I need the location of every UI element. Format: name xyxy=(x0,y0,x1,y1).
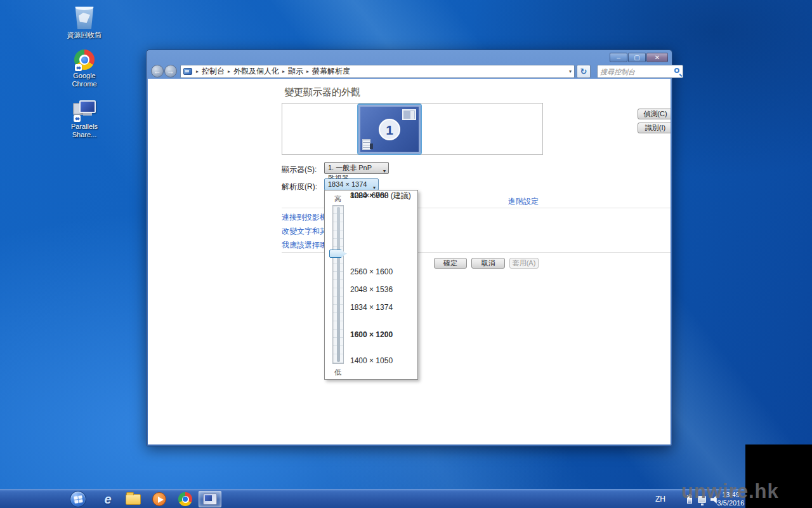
media-player-icon xyxy=(152,492,166,506)
detect-button[interactable]: 偵測(C) xyxy=(638,109,671,119)
window-content: 變更顯示器的外觀 1 偵測(C) 識別(I) 顯示器(S): 1. 一般非 Pn… xyxy=(148,79,671,444)
page-title: 變更顯示器的外觀 xyxy=(284,86,360,98)
window-titlebar[interactable]: – ▢ ✕ xyxy=(147,50,672,64)
search-box[interactable] xyxy=(597,65,683,78)
apply-button: 套用(A) xyxy=(509,258,539,269)
display-dropdown[interactable]: 1. 一般非 PnP 監視器 ▾ xyxy=(324,162,389,174)
search-input[interactable] xyxy=(600,66,669,77)
display-label: 顯示器(S): xyxy=(282,164,317,175)
desktop-icon-label: Parallels Share... xyxy=(62,123,107,139)
forward-button[interactable]: → xyxy=(164,65,177,77)
breadcrumb-item-control-panel[interactable]: 控制台 xyxy=(200,66,226,77)
taskbar-internet-explorer[interactable]: e xyxy=(98,491,117,507)
taskbar-windows-explorer[interactable] xyxy=(124,491,143,507)
ok-button[interactable]: 確定 xyxy=(434,258,467,269)
shortcut-arrow-icon xyxy=(75,64,82,71)
resolution-slider-track[interactable] xyxy=(332,205,344,364)
resolution-option[interactable]: 1600 × 1200 xyxy=(350,330,393,340)
taskbar-media-player[interactable] xyxy=(150,491,169,507)
desktop-icon-google-chrome[interactable]: Google Chrome xyxy=(62,50,107,88)
advanced-settings-link[interactable]: 進階設定 xyxy=(508,196,539,207)
breadcrumb-arrow-icon[interactable]: ▸ xyxy=(226,69,232,74)
minimize-button[interactable]: – xyxy=(610,53,627,62)
slider-high-label: 高 xyxy=(334,194,341,204)
close-button[interactable]: ✕ xyxy=(646,53,668,62)
identify-button[interactable]: 識別(I) xyxy=(638,123,671,133)
breadcrumb-item-display[interactable]: 顯示 xyxy=(287,66,304,77)
resolution-option[interactable]: 1400 × 1050 xyxy=(350,356,393,366)
start-button[interactable] xyxy=(70,491,86,507)
breadcrumb-item-appearance[interactable]: 外觀及個人化 xyxy=(232,66,280,77)
refresh-button[interactable]: ↻ xyxy=(577,65,591,78)
desktop-icon-label: Google Chrome xyxy=(62,72,107,88)
chevron-down-icon: ▾ xyxy=(383,166,386,177)
desktop-icon-label: 資源回收筒 xyxy=(62,31,107,39)
monitor-number-badge: 1 xyxy=(379,119,400,140)
resolution-label: 解析度(R): xyxy=(282,182,317,192)
taskbar: e ZH 13:49 3/5/2016 xyxy=(0,489,812,508)
breadcrumb-arrow-icon: ▸ xyxy=(194,69,200,74)
navigation-toolbar: ← → ▸ 控制台 ▸ 外觀及個人化 ▸ 顯示 ▸ 螢幕解析度 ▾ ↻ xyxy=(147,64,672,79)
internet-explorer-icon: e xyxy=(98,491,117,507)
resolution-dropdown-value: 1834 × 1374 xyxy=(328,180,367,188)
back-button[interactable]: ← xyxy=(151,65,164,77)
clock-time: 13:49 xyxy=(716,491,746,499)
control-panel-icon xyxy=(183,68,192,75)
address-bar[interactable]: ▸ 控制台 ▸ 外觀及個人化 ▸ 顯示 ▸ 螢幕解析度 ▾ xyxy=(180,65,575,78)
monitor-preview-panel: 1 偵測(C) 識別(I) xyxy=(282,103,543,155)
breadcrumb-item-screen-resolution[interactable]: 螢幕解析度 xyxy=(311,66,351,77)
slider-low-label: 低 xyxy=(334,368,341,377)
resolution-option[interactable]: 2560 × 1600 xyxy=(350,267,393,277)
taskbar-clock[interactable]: 13:49 3/5/2016 xyxy=(716,491,746,507)
breadcrumb-arrow-icon[interactable]: ▸ xyxy=(304,69,311,74)
resolution-option[interactable]: 2048 × 1536 xyxy=(350,284,393,295)
breadcrumb-arrow-icon[interactable]: ▸ xyxy=(280,69,287,74)
resolution-dropdown-panel: 高 2560 × 1600 2048 × 1536 1834 × 1374 16… xyxy=(324,190,418,380)
address-dropdown-icon[interactable]: ▾ xyxy=(569,69,572,74)
search-icon[interactable] xyxy=(674,68,679,73)
screen-resolution-window: – ▢ ✕ ← → ▸ 控制台 ▸ 外觀及個人化 ▸ 顯示 ▸ 螢幕解析度 ▾ … xyxy=(146,50,672,446)
battery-icon[interactable] xyxy=(687,495,692,504)
taskbar-active-display-settings[interactable] xyxy=(199,491,221,507)
desktop-icon-recycle-bin[interactable]: 資源回收筒 xyxy=(62,4,107,39)
recycle-bin-icon xyxy=(74,4,95,29)
maximize-button[interactable]: ▢ xyxy=(628,53,646,62)
desktop-icon-parallels-share[interactable]: Parallels Share... xyxy=(62,100,107,139)
resolution-dropdown[interactable]: 1834 × 1374 ▾ xyxy=(324,178,379,190)
windows-logo-icon xyxy=(74,495,82,504)
folder-icon xyxy=(126,494,141,505)
network-icon[interactable] xyxy=(698,496,706,503)
monitor-preview[interactable]: 1 xyxy=(358,105,421,154)
screen-black-corner xyxy=(745,444,812,508)
clock-date: 3/5/2016 xyxy=(716,499,746,507)
cancel-button[interactable]: 取消 xyxy=(471,258,505,269)
language-indicator[interactable]: ZH xyxy=(655,495,665,504)
resolution-option[interactable]: 800 × 600 xyxy=(350,190,384,201)
taskbar-google-chrome[interactable] xyxy=(176,491,195,507)
window-thumbnail-icon xyxy=(402,109,416,120)
shortcut-arrow-icon xyxy=(74,115,81,122)
chrome-icon xyxy=(178,492,192,506)
display-settings-icon xyxy=(203,493,217,505)
resolution-option-current[interactable]: 1834 × 1374 xyxy=(350,302,393,312)
document-thumbnail-icon xyxy=(362,139,370,150)
